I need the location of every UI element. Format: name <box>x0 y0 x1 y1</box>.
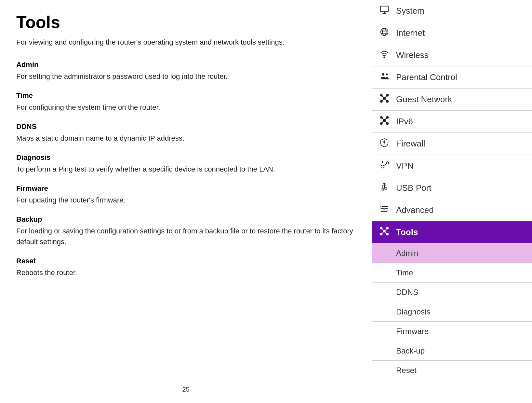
sidebar-subitem-diagnosis[interactable]: Diagnosis <box>372 302 532 322</box>
sidebar-item-label-guest: Guest Network <box>396 94 452 104</box>
sidebar-item-label-advanced: Advanced <box>396 205 434 215</box>
section-title-reset: Reset <box>16 257 355 265</box>
monitor-icon <box>379 5 390 17</box>
guest-icon <box>379 93 390 105</box>
sidebar-item-label-internet: Internet <box>396 28 425 38</box>
sidebar-item-parental[interactable]: Parental Control <box>372 66 532 89</box>
sidebar-subitem-label-diagnosis: Diagnosis <box>396 307 430 316</box>
sidebar-item-label-usb: USB Port <box>396 183 431 193</box>
svg-rect-41 <box>384 208 385 209</box>
sidebar-subitem-ddns[interactable]: DDNS <box>372 283 532 302</box>
sidebar-item-advanced[interactable]: Advanced <box>372 199 532 221</box>
sidebar-item-ipv6[interactable]: IPv6 <box>372 111 532 133</box>
sidebar-item-label-tools: Tools <box>396 227 418 237</box>
svg-rect-40 <box>381 206 382 207</box>
svg-point-14 <box>387 94 389 96</box>
sidebar-subitem-label-reset: Reset <box>396 366 417 375</box>
section-desc-admin: For setting the administrator's password… <box>16 71 355 82</box>
svg-point-47 <box>383 230 385 232</box>
section-desc-time: For configuring the system time on the r… <box>16 102 355 113</box>
sidebar-subitem-label-backup: Back-up <box>396 346 425 355</box>
advanced-icon <box>379 204 390 216</box>
svg-point-22 <box>383 119 385 121</box>
tools-icon <box>379 226 390 238</box>
section-backup: BackupFor loading or saving the configur… <box>16 215 355 247</box>
svg-point-46 <box>387 227 389 229</box>
page-title: Tools <box>16 13 355 32</box>
sidebar-subitem-time[interactable]: Time <box>372 263 532 283</box>
sidebar-item-tools[interactable]: Tools <box>372 221 532 243</box>
internet-icon <box>379 27 390 39</box>
svg-point-25 <box>381 165 384 168</box>
page-intro: For viewing and configuring the router's… <box>16 37 355 48</box>
svg-rect-32 <box>382 189 384 190</box>
section-desc-ddns: Maps a static domain name to a dynamic I… <box>16 133 355 144</box>
section-title-admin: Admin <box>16 61 355 69</box>
svg-point-9 <box>382 73 385 76</box>
svg-rect-0 <box>380 6 388 12</box>
svg-point-17 <box>387 101 389 103</box>
sidebar-item-system[interactable]: System <box>372 0 532 22</box>
svg-point-16 <box>380 101 382 103</box>
section-firmware: FirmwareFor updating the router's firmwa… <box>16 184 355 205</box>
sidebar-item-guest[interactable]: Guest Network <box>372 89 532 111</box>
section-title-diagnosis: Diagnosis <box>16 153 355 162</box>
sidebar-item-label-parental: Parental Control <box>396 72 457 82</box>
parental-icon <box>379 71 390 83</box>
sidebar-item-label-vpn: VPN <box>396 161 413 171</box>
section-time: TimeFor configuring the system time on t… <box>16 91 355 113</box>
section-desc-reset: Reboots the router. <box>16 267 355 278</box>
svg-point-21 <box>387 117 389 118</box>
svg-point-45 <box>380 227 382 229</box>
sidebar-item-internet[interactable]: Internet <box>372 22 532 44</box>
section-ddns: DDNSMaps a static domain name to a dynam… <box>16 122 355 144</box>
section-title-backup: Backup <box>16 215 355 224</box>
main-content: Tools For viewing and configuring the ro… <box>0 0 372 403</box>
section-title-time: Time <box>16 91 355 100</box>
sidebar-subitem-label-firmware: Firmware <box>396 327 429 336</box>
vpn-icon <box>379 160 390 172</box>
sidebar-subitem-reset[interactable]: Reset <box>372 361 532 380</box>
section-reset: ResetReboots the router. <box>16 257 355 278</box>
section-desc-diagnosis: To perform a Ping test to verify whether… <box>16 164 355 174</box>
svg-point-49 <box>387 233 389 235</box>
svg-point-10 <box>386 74 388 76</box>
usb-icon <box>379 182 390 194</box>
sidebar-subitem-firmware[interactable]: Firmware <box>372 322 532 341</box>
sidebar: System Internet Wireless Parental Contro… <box>372 0 532 403</box>
sidebar-item-vpn[interactable]: VPN <box>372 155 532 177</box>
sidebar-subitem-backup[interactable]: Back-up <box>372 341 532 361</box>
sidebar-item-wireless[interactable]: Wireless <box>372 44 532 66</box>
sections-container: AdminFor setting the administrator's pas… <box>16 61 355 278</box>
sidebar-subitem-label-admin: Admin <box>396 249 418 258</box>
sidebar-item-label-ipv6: IPv6 <box>396 117 413 127</box>
svg-point-8 <box>384 57 385 58</box>
sidebar-subitem-label-time: Time <box>396 268 413 277</box>
sidebar-subitem-admin[interactable]: Admin <box>372 243 532 263</box>
svg-point-13 <box>380 94 382 96</box>
sidebar-item-firewall[interactable]: Firewall <box>372 133 532 155</box>
wireless-icon <box>379 49 390 61</box>
ipv6-icon <box>379 116 390 128</box>
svg-rect-33 <box>385 188 387 189</box>
sidebar-item-usb[interactable]: USB Port <box>372 177 532 199</box>
sidebar-item-label-system: System <box>396 6 424 16</box>
section-desc-backup: For loading or saving the configuration … <box>16 226 355 247</box>
section-desc-firmware: For updating the router's firmware. <box>16 195 355 205</box>
svg-point-23 <box>380 123 382 125</box>
sidebar-subitem-label-ddns: DDNS <box>396 288 418 297</box>
firewall-icon <box>379 138 390 150</box>
sidebar-item-label-firewall: Firewall <box>396 139 425 149</box>
page-number: 25 <box>182 386 189 393</box>
svg-point-20 <box>380 117 382 118</box>
section-diagnosis: DiagnosisTo perform a Ping test to verif… <box>16 153 355 174</box>
svg-point-48 <box>380 233 382 235</box>
svg-marker-36 <box>383 183 385 185</box>
svg-point-26 <box>386 162 389 164</box>
svg-point-24 <box>387 123 389 125</box>
sidebar-item-label-wireless: Wireless <box>396 50 429 60</box>
svg-line-27 <box>384 164 386 166</box>
svg-point-15 <box>383 97 385 99</box>
section-admin: AdminFor setting the administrator's pas… <box>16 61 355 82</box>
section-title-firmware: Firmware <box>16 184 355 193</box>
